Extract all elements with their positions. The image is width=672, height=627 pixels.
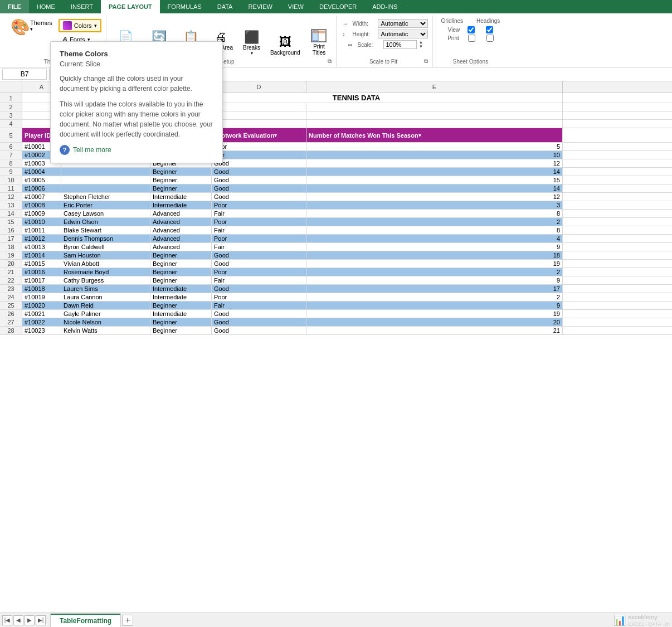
cell-skill-14[interactable]: Advanced <box>150 210 212 217</box>
cell-footwork-18[interactable]: Fair <box>212 243 306 251</box>
gridlines-view-checkbox[interactable] <box>468 26 475 33</box>
cell-name-18[interactable]: Byron Caldwell <box>61 243 150 251</box>
cell-id-9[interactable]: #10004 <box>22 168 61 176</box>
cell-footwork-12[interactable]: Good <box>212 193 306 201</box>
cell-footwork-26[interactable]: Good <box>212 310 306 318</box>
cell-id-27[interactable]: #10022 <box>22 318 61 326</box>
cell-matches-7[interactable]: 10 <box>306 151 563 159</box>
cell-matches-27[interactable]: 20 <box>306 318 563 326</box>
cell-footwork-14[interactable]: Fair <box>212 210 306 217</box>
tab-developer[interactable]: DEVELOPER <box>311 0 364 13</box>
cell-name-16[interactable]: Blake Stewart <box>61 226 150 234</box>
height-select[interactable]: Automatic <box>378 30 428 38</box>
cell-footwork-13[interactable]: Poor <box>212 201 306 209</box>
cell-skill-18[interactable]: Advanced <box>150 243 212 251</box>
tab-file[interactable]: FILE <box>0 0 29 13</box>
cell-footwork-10[interactable]: Good <box>212 176 306 184</box>
cell-footwork-11[interactable]: Good <box>212 184 306 192</box>
cell-id-14[interactable]: #10009 <box>22 210 61 217</box>
cell-id-10[interactable]: #10005 <box>22 176 61 184</box>
cell-matches-18[interactable]: 9 <box>306 243 563 251</box>
cell-matches-17[interactable]: 4 <box>306 235 563 242</box>
cell-skill-20[interactable]: Beginner <box>150 260 212 268</box>
headings-view-checkbox[interactable] <box>486 26 493 33</box>
cell-matches-19[interactable]: 18 <box>306 251 563 259</box>
cell-skill-15[interactable]: Advanced <box>150 218 212 226</box>
tab-page-layout[interactable]: PAGE LAYOUT <box>101 0 160 13</box>
cell-footwork-24[interactable]: Poor <box>212 293 306 301</box>
nav-last-sheet[interactable]: ▶| <box>36 615 46 625</box>
cell-footwork-16[interactable]: Fair <box>212 226 306 234</box>
name-box[interactable] <box>2 69 47 80</box>
headings-print-checkbox[interactable] <box>486 35 494 42</box>
cell-matches-10[interactable]: 15 <box>306 176 563 184</box>
cell-name-13[interactable]: Eric Porter <box>61 201 150 209</box>
nav-first-sheet[interactable]: |◀ <box>2 615 12 625</box>
cell-skill-21[interactable]: Beginner <box>150 268 212 276</box>
cell-id-25[interactable]: #10020 <box>22 302 61 309</box>
cell-id-17[interactable]: #10012 <box>22 235 61 242</box>
cell-e2[interactable] <box>306 103 563 111</box>
header-cell-matches[interactable]: Number of Matches Won This Season ▾ <box>306 128 563 142</box>
cell-matches-16[interactable]: 8 <box>306 226 563 234</box>
cell-footwork-17[interactable]: Poor <box>212 235 306 242</box>
background-button[interactable]: 🖼 Background <box>266 33 304 57</box>
cell-footwork-20[interactable]: Good <box>212 260 306 268</box>
cell-skill-23[interactable]: Intermediate <box>150 285 212 293</box>
nav-prev-sheet[interactable]: ◀ <box>13 615 23 625</box>
cell-skill-12[interactable]: Intermediate <box>150 193 212 201</box>
cell-skill-9[interactable]: Beginner <box>150 168 212 176</box>
header-cell-footwork[interactable]: Footwork Evaluation ▾ <box>212 128 306 142</box>
cell-id-18[interactable]: #10013 <box>22 243 61 251</box>
cell-matches-13[interactable]: 3 <box>306 201 563 209</box>
cell-matches-25[interactable]: 9 <box>306 302 563 309</box>
scale-input[interactable] <box>383 40 417 49</box>
cell-footwork-27[interactable]: Good <box>212 318 306 326</box>
cell-id-21[interactable]: #10016 <box>22 268 61 276</box>
cell-name-14[interactable]: Casey Lawson <box>61 210 150 217</box>
cell-id-16[interactable]: #10011 <box>22 226 61 234</box>
cell-matches-8[interactable]: 12 <box>306 159 563 167</box>
cell-name-24[interactable]: Laura Cannon <box>61 293 150 301</box>
cell-skill-10[interactable]: Beginner <box>150 176 212 184</box>
cell-matches-20[interactable]: 19 <box>306 260 563 268</box>
cell-id-11[interactable]: #10006 <box>22 184 61 192</box>
tab-data[interactable]: DATA <box>210 0 241 13</box>
themes-button[interactable]: 🎨 Themes ▾ <box>7 17 56 38</box>
cell-e4[interactable] <box>306 120 563 128</box>
print-titles-button[interactable]: PrintTitles <box>306 26 332 57</box>
cell-skill-28[interactable]: Beginner <box>150 327 212 334</box>
tab-insert[interactable]: INSERT <box>63 0 101 13</box>
cell-id-13[interactable]: #10008 <box>22 201 61 209</box>
cell-footwork-28[interactable]: Good <box>212 327 306 334</box>
cell-matches-22[interactable]: 9 <box>306 276 563 284</box>
cell-id-23[interactable]: #10018 <box>22 285 61 293</box>
cell-name-21[interactable]: Rosemarie Boyd <box>61 268 150 276</box>
cell-skill-13[interactable]: Intermediate <box>150 201 212 209</box>
cell-name-20[interactable]: Vivian Abbott <box>61 260 150 268</box>
cell-matches-24[interactable]: 2 <box>306 293 563 301</box>
tooltip-link[interactable]: ? Tell me more <box>60 145 213 155</box>
cell-id-22[interactable]: #10017 <box>22 276 61 284</box>
cell-id-24[interactable]: #10019 <box>22 293 61 301</box>
cell-name-23[interactable]: Lauren Sims <box>61 285 150 293</box>
cell-footwork-21[interactable]: Poor <box>212 268 306 276</box>
cell-footwork-25[interactable]: Fair <box>212 302 306 309</box>
cell-skill-16[interactable]: Advanced <box>150 226 212 234</box>
cell-footwork-15[interactable]: Poor <box>212 218 306 226</box>
cell-id-28[interactable]: #10023 <box>22 327 61 334</box>
cell-d2[interactable] <box>212 103 306 111</box>
cell-id-20[interactable]: #10015 <box>22 260 61 268</box>
cell-name-9[interactable] <box>61 168 150 176</box>
cell-matches-28[interactable]: 21 <box>306 327 563 334</box>
cell-name-26[interactable]: Gayle Palmer <box>61 310 150 318</box>
cell-name-10[interactable] <box>61 176 150 184</box>
cell-e3[interactable] <box>306 111 563 119</box>
cell-name-17[interactable]: Dennis Thompson <box>61 235 150 242</box>
cell-footwork-9[interactable]: Good <box>212 168 306 176</box>
width-select[interactable]: Automatic <box>378 19 428 28</box>
cell-skill-11[interactable]: Beginner <box>150 184 212 192</box>
cell-matches-9[interactable]: 14 <box>306 168 563 176</box>
cell-id-26[interactable]: #10021 <box>22 310 61 318</box>
cell-id-12[interactable]: #10007 <box>22 193 61 201</box>
